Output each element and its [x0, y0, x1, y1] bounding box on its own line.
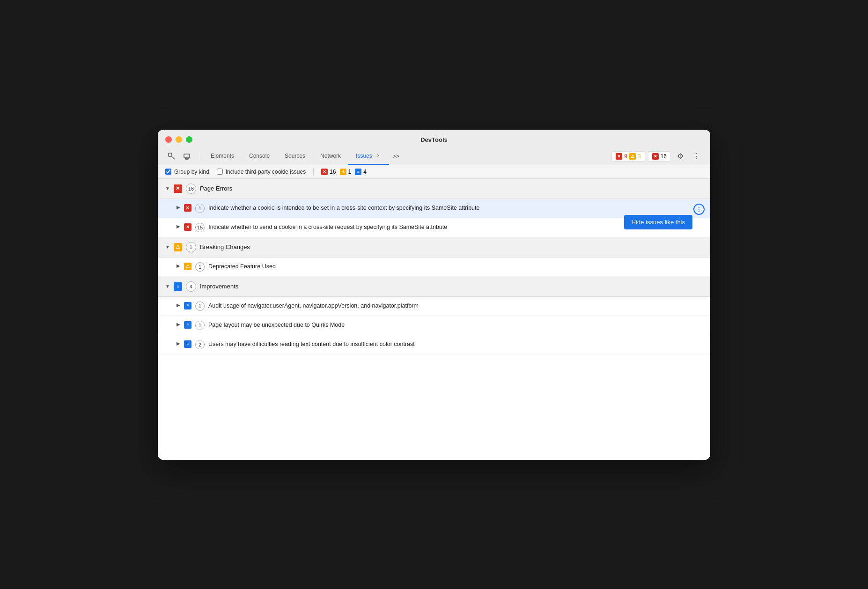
- group-by-kind-label[interactable]: Group by kind: [174, 169, 209, 175]
- section-breaking-changes[interactable]: ▼ ⚠ 1 Breaking Changes: [158, 237, 710, 258]
- error-count: 9: [624, 153, 627, 160]
- breaking-changes-arrow: ▼: [165, 244, 170, 250]
- row-count-navigator: 1: [195, 302, 205, 311]
- issue-row-contrast[interactable]: ▶ ≡ 2 Users may have difficulties readin…: [158, 335, 710, 354]
- tab-network[interactable]: Network: [313, 148, 348, 165]
- page-errors-arrow: ▼: [165, 186, 170, 191]
- row-count-deprecated: 1: [195, 262, 205, 272]
- sec-error-badge: ✕ 16: [321, 169, 336, 175]
- group-by-kind-checkbox[interactable]: [165, 169, 171, 175]
- section-page-errors[interactable]: ▼ ✕ 16 Page Errors: [158, 179, 710, 199]
- issue-row-deprecated[interactable]: ▶ ⚠ 1 Deprecated Feature Used: [158, 258, 710, 277]
- tab-elements[interactable]: Elements: [203, 148, 242, 165]
- page-errors-title: Page Errors: [200, 185, 232, 192]
- toolbar-right: ✕ 9 ⚠ 3 ✕ 16 ⚙ ⋮: [611, 150, 703, 163]
- maximize-button[interactable]: [186, 136, 192, 143]
- row-error-icon-2: ✕: [184, 223, 191, 231]
- improvements-icon: ≡: [174, 282, 182, 291]
- minimize-button[interactable]: [176, 136, 182, 143]
- all-issues-badge[interactable]: ✕ 16: [648, 151, 671, 162]
- row-text-quirks: Page layout may be unexpected due to Qui…: [208, 321, 703, 330]
- title-bar: DevTools: [158, 130, 710, 165]
- devtools-window: DevTools: [158, 130, 710, 460]
- sec-info-count: 4: [363, 169, 367, 175]
- secondary-badges: ✕ 16 ⚠ 1 ≡ 4: [321, 169, 367, 175]
- warning-count: 3: [638, 153, 641, 160]
- row-info-icon-quirks: ≡: [184, 321, 191, 329]
- row-count-contrast: 2: [195, 340, 205, 349]
- third-party-checkbox-group: Include third-party cookie issues: [217, 169, 306, 175]
- all-issues-count: 16: [661, 153, 667, 160]
- errors-warnings-badge[interactable]: ✕ 9 ⚠ 3: [611, 151, 645, 162]
- tab-issues[interactable]: Issues ×: [348, 148, 389, 165]
- row-arrow-navigator: ▶: [177, 302, 180, 308]
- improvements-count: 4: [186, 281, 196, 292]
- section-improvements[interactable]: ▼ ≡ 4 Improvements: [158, 277, 710, 297]
- tab-sources[interactable]: Sources: [277, 148, 313, 165]
- breaking-changes-title: Breaking Changes: [200, 243, 250, 250]
- row-arrow-contrast: ▶: [177, 341, 180, 346]
- all-badge-icon: ✕: [652, 153, 659, 160]
- row-text-contrast: Users may have difficulties reading text…: [208, 340, 703, 349]
- hide-issues-menu[interactable]: Hide issues like this: [624, 215, 692, 229]
- toolbar-divider: [200, 152, 200, 161]
- improvements-arrow: ▼: [165, 284, 170, 289]
- hide-issues-label: Hide issues like this: [632, 219, 685, 226]
- three-dots-button-1[interactable]: ⋮: [693, 204, 705, 215]
- row-warning-icon-deprecated: ⚠: [184, 263, 191, 270]
- settings-button[interactable]: ⚙: [674, 150, 687, 163]
- row-count-2: 15: [195, 223, 205, 232]
- error-badge-icon: ✕: [616, 153, 622, 160]
- row-arrow-2: ▶: [177, 224, 180, 229]
- device-toolbar-button[interactable]: [180, 150, 193, 163]
- row-error-icon-1: ✕: [184, 204, 191, 212]
- tab-console[interactable]: Console: [242, 148, 277, 165]
- window-title: DevTools: [420, 136, 448, 143]
- group-by-kind-checkbox-group: Group by kind: [165, 169, 209, 175]
- row-text-deprecated: Deprecated Feature Used: [208, 262, 703, 271]
- improvements-title: Improvements: [200, 283, 238, 290]
- secondary-divider: [313, 168, 314, 176]
- more-options-button[interactable]: ⋮: [690, 150, 703, 163]
- row-arrow-deprecated: ▶: [177, 263, 180, 268]
- page-errors-count: 16: [186, 184, 196, 194]
- sec-warning-icon: ⚠: [340, 169, 346, 175]
- close-button[interactable]: [165, 136, 172, 143]
- page-errors-icon: ✕: [174, 184, 182, 193]
- issues-panel: ▼ ✕ 16 Page Errors ▶ ✕ 1 Indicate whethe…: [158, 179, 710, 460]
- row-arrow-1: ▶: [177, 205, 180, 210]
- secondary-toolbar: Group by kind Include third-party cookie…: [158, 165, 710, 179]
- toolbar-left-icons: [165, 150, 193, 163]
- third-party-checkbox[interactable]: [217, 169, 223, 175]
- row-text-navigator: Audit usage of navigator.userAgent, navi…: [208, 302, 703, 310]
- issue-row-cookie-samesite-1[interactable]: ▶ ✕ 1 Indicate whether a cookie is inten…: [158, 199, 710, 218]
- row-arrow-quirks: ▶: [177, 322, 180, 327]
- window-controls: [165, 136, 192, 143]
- tabs-toolbar: Elements Console Sources Network Issues …: [165, 148, 703, 165]
- sec-warning-badge: ⚠ 1: [340, 169, 352, 175]
- svg-rect-0: [169, 153, 172, 156]
- row-count-1: 1: [195, 204, 205, 213]
- sec-info-badge: ≡ 4: [355, 169, 367, 175]
- row-text-1: Indicate whether a cookie is intended to…: [208, 204, 703, 213]
- row-count-quirks: 1: [195, 321, 205, 330]
- breaking-changes-icon: ⚠: [174, 243, 182, 251]
- issue-row-quirks[interactable]: ▶ ≡ 1 Page layout may be unexpected due …: [158, 316, 710, 335]
- sec-info-icon: ≡: [355, 169, 361, 175]
- sec-warning-count: 1: [348, 169, 352, 175]
- tab-more-button[interactable]: >>: [389, 149, 403, 163]
- svg-rect-1: [184, 154, 190, 158]
- third-party-label[interactable]: Include third-party cookie issues: [226, 169, 306, 175]
- row-info-icon-contrast: ≡: [184, 340, 191, 348]
- warning-badge-icon: ⚠: [629, 153, 636, 160]
- issue-row-navigator[interactable]: ▶ ≡ 1 Audit usage of navigator.userAgent…: [158, 297, 710, 316]
- sec-error-icon: ✕: [321, 169, 328, 175]
- row-info-icon-navigator: ≡: [184, 302, 191, 309]
- device-icon: [183, 153, 191, 160]
- inspect-icon: [168, 153, 176, 160]
- breaking-changes-count: 1: [186, 242, 196, 252]
- inspect-element-button[interactable]: [165, 150, 178, 163]
- sec-error-count: 16: [330, 169, 336, 175]
- tab-issues-close[interactable]: ×: [375, 153, 382, 159]
